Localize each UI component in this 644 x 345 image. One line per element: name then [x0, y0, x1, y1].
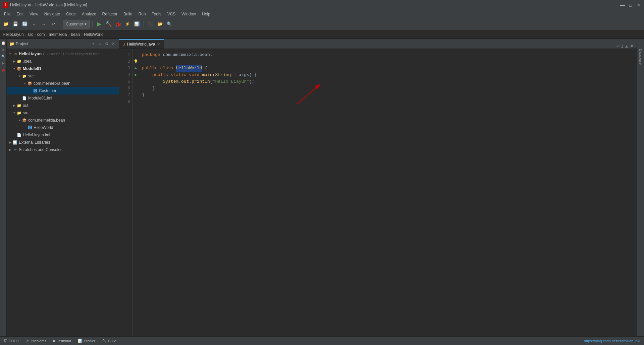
menu-help[interactable]: Help — [199, 11, 213, 17]
toolbar-forward-btn[interactable]: → — [40, 20, 48, 28]
check-down[interactable]: ▼ — [630, 44, 634, 49]
tree-arrow-out: ▶ — [12, 104, 16, 108]
tree-item-helloliayuniml[interactable]: 📄 HelloLiayun.iml — [7, 131, 119, 139]
tree-label-src-module: src — [28, 74, 34, 78]
sidebar-close-btn[interactable]: ✕ — [111, 41, 116, 47]
menu-view[interactable]: View — [27, 11, 41, 17]
tree-path-helloliayun: C:\Users\32120\IdeaProjects\Hello — [43, 52, 100, 56]
status-problems[interactable]: ⚠ Problems — [25, 338, 48, 344]
tree-item-helloworld[interactable]: 🅲 HelloWorld — [7, 124, 119, 131]
menu-navigate[interactable]: Navigate — [42, 11, 63, 17]
close-button[interactable]: ✕ — [636, 2, 641, 8]
menu-analyze[interactable]: Analyze — [79, 11, 99, 17]
sidebar-settings-btn[interactable]: ⚙ — [104, 41, 109, 47]
code-content[interactable]: package com.meimeixia.bean; public class… — [139, 49, 637, 336]
toolbar-open-btn[interactable]: 📁 — [2, 20, 10, 28]
status-profiler[interactable]: 📊 Profiler — [76, 338, 97, 344]
toolbar-coverage-btn[interactable]: ⚡ — [123, 20, 131, 28]
breadcrumb-src[interactable]: src — [28, 32, 33, 37]
toolbar: 📁 💾 🔄 ← → ↩ Customer ▾ ▶ 🔨 🐞 ⚡ 📊 ⬛ 📂 🔍 — [0, 18, 644, 30]
title-bar-left: I HelloLiayun - HelloWorld.java [HelloLi… — [3, 2, 87, 8]
tree-item-src-module[interactable]: ▾ 📁 src — [7, 72, 119, 80]
status-todo[interactable]: ☑ TODO — [3, 338, 21, 344]
debug-button[interactable]: 🐞 — [114, 20, 122, 28]
menu-file[interactable]: File — [1, 11, 13, 17]
breadcrumb-root[interactable]: HelloLiayun — [3, 32, 24, 37]
minimize-button[interactable]: — — [620, 2, 625, 8]
tree-arrow-scratches: ▶ — [8, 148, 12, 152]
tree-item-module01iml[interactable]: 📄 Module01.iml — [7, 94, 119, 102]
breadcrumb-meimeixia[interactable]: meimeixia — [49, 32, 67, 37]
tree-item-out[interactable]: ▶ 📁 out — [7, 102, 119, 109]
maximize-button[interactable]: □ — [628, 2, 633, 8]
main-area: 📋 ★ 🔍 ▶ 🐞 📁 Project + ≡ ⚙ ✕ ▾ 🗂 HelloLia… — [0, 39, 644, 336]
tree-icon-package-bean2: 📦 — [22, 118, 27, 123]
code-package-path: com.meimeixia.bean; — [163, 52, 212, 58]
sidebar-collapse-btn[interactable]: ≡ — [97, 41, 103, 47]
toolbar-save-btn[interactable]: 💾 — [11, 20, 19, 28]
project-selector-label: Customer — [66, 22, 83, 26]
project-selector[interactable]: Customer ▾ — [63, 20, 90, 28]
toolbar-sync-btn[interactable]: 🔄 — [21, 20, 29, 28]
toolbar-stop-btn[interactable]: ⬛ — [147, 20, 155, 28]
kw-void: void — [189, 72, 202, 78]
tree-item-helloliayun[interactable]: ▾ 🗂 HelloLiayun C:\Users\32120\IdeaProje… — [7, 50, 119, 58]
run-arrow-4[interactable]: ▶ — [135, 72, 137, 78]
tree-item-customer[interactable]: 🅲 Customer — [7, 87, 119, 94]
tab-helloworld[interactable]: J HelloWorld.java ✕ — [119, 39, 164, 49]
toolbar-find-btn[interactable]: 🔍 — [165, 20, 173, 28]
lightbulb-icon[interactable]: 💡 — [133, 58, 138, 65]
check-up[interactable]: ▲ — [625, 44, 629, 49]
tree-item-idea[interactable]: ▶ 📁 .idea — [7, 58, 119, 65]
bookmarks-icon[interactable]: ★ — [1, 47, 6, 52]
build-label: Build — [108, 339, 116, 343]
menu-refactor[interactable]: Refactor — [100, 11, 120, 17]
tab-close-btn[interactable]: ✕ — [157, 42, 160, 47]
tree-item-src-root[interactable]: ▾ 📁 src — [7, 109, 119, 117]
code-editor[interactable]: 1 2 3 4 5 6 7 8 💡 ▶ — [119, 49, 637, 336]
menu-build[interactable]: Build — [121, 11, 135, 17]
menu-code[interactable]: Code — [63, 11, 78, 17]
toolbar-undo-btn[interactable]: ↩ — [49, 20, 57, 28]
menu-bar: File Edit View Navigate Code Analyze Ref… — [0, 10, 644, 18]
tree-arrow-package-bean2: ▾ — [17, 118, 21, 122]
menu-vcs[interactable]: VCS — [165, 11, 178, 17]
breadcrumb-com[interactable]: com — [37, 32, 45, 37]
line-numbers: 1 2 3 4 5 6 7 8 — [119, 49, 132, 336]
find-icon[interactable]: 🔍 — [1, 54, 6, 59]
sidebar-add-btn[interactable]: + — [91, 41, 96, 47]
run-button[interactable]: ▶ — [95, 20, 103, 28]
kw-public-4: public — [152, 72, 171, 78]
tree-arrow-helloliayun: ▾ — [8, 52, 12, 56]
menu-tools[interactable]: Tools — [149, 11, 164, 17]
build-button[interactable]: 🔨 — [105, 20, 113, 28]
run-strip-icon[interactable]: ▶ — [1, 60, 6, 66]
tree-item-package-bean[interactable]: ▾ 📦 com.meimeixia.bean — [7, 80, 119, 87]
toolbar-folder-btn[interactable]: 📂 — [156, 20, 164, 28]
code-line-1: package com.meimeixia.bean; — [142, 52, 637, 58]
breadcrumb-helloworld[interactable]: HelloWorld — [84, 32, 103, 37]
tree-item-module01[interactable]: ▾ 📦 Module01 — [7, 65, 119, 72]
debug-strip-icon[interactable]: 🐞 — [1, 67, 6, 72]
menu-window[interactable]: Window — [179, 11, 199, 17]
status-build[interactable]: 🔨 Build — [101, 338, 117, 344]
check-count: 1 — [621, 44, 624, 49]
tree-icon-extlibs: 📊 — [13, 140, 17, 145]
tree-arrow-src-module: ▾ — [17, 74, 21, 78]
breadcrumb-bean[interactable]: bean — [71, 32, 80, 37]
toolbar-back-btn[interactable]: ← — [30, 20, 38, 28]
status-terminal[interactable]: ▶ Terminal — [52, 338, 72, 344]
run-arrow-3[interactable]: ▶ — [135, 65, 137, 72]
database-label[interactable]: Database — [639, 49, 643, 65]
status-link[interactable]: https://blog.csdn.net/erenyuan_pku — [584, 339, 641, 343]
project-icon[interactable]: 📋 — [1, 40, 6, 46]
tree-item-package-bean2[interactable]: ▾ 📦 com.meimeixia.bean — [7, 117, 119, 124]
menu-edit[interactable]: Edit — [14, 11, 26, 17]
tree-item-scratches[interactable]: ▶ ✏ Scratches and Consoles — [7, 146, 119, 153]
terminal-label: Terminal — [57, 339, 71, 343]
menu-run[interactable]: Run — [136, 11, 149, 17]
tree-label-src-root: src — [23, 111, 28, 115]
toolbar-profile-btn[interactable]: 📊 — [133, 20, 141, 28]
tree-item-extlibs[interactable]: ▶ 📊 External Libraries — [7, 139, 119, 146]
plain-5-indent — [142, 78, 163, 85]
